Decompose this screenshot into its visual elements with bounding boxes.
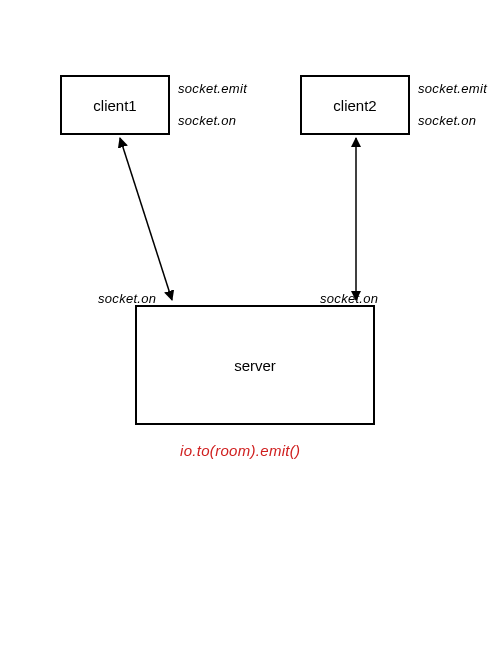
node-client1: client1 (60, 75, 170, 135)
annotation-client2-on: socket.on (418, 112, 476, 130)
node-server-label: server (234, 357, 276, 374)
annotation-client2-emit: socket.emit (418, 80, 487, 98)
node-client1-label: client1 (93, 97, 136, 114)
annotation-server-right-on: socket.on (320, 290, 378, 308)
annotation-server-left-on: socket.on (98, 290, 156, 308)
node-client2-label: client2 (333, 97, 376, 114)
annotation-client1-emit: socket.emit (178, 80, 247, 98)
annotation-client1-on: socket.on (178, 112, 236, 130)
node-server: server (135, 305, 375, 425)
node-client2: client2 (300, 75, 410, 135)
annotation-server-emit: io.to(room).emit() (180, 440, 300, 461)
edge-client1-server (120, 138, 172, 300)
diagram-canvas: client1 client2 server socket.emit socke… (0, 0, 500, 646)
